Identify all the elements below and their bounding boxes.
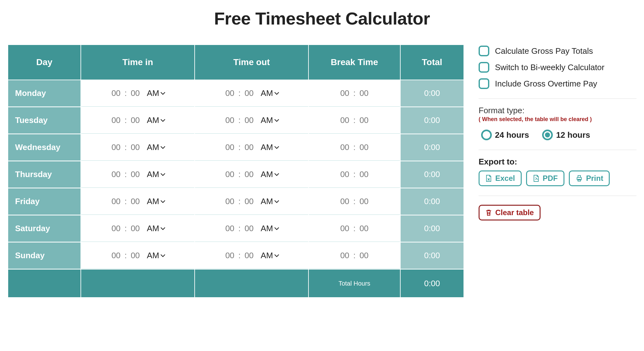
minute-field[interactable]: 00 bbox=[243, 170, 255, 179]
ampm-select[interactable]: AM bbox=[261, 142, 279, 152]
table-row: Friday00:00AM00:00AM00:000:00 bbox=[8, 188, 464, 215]
break-cell: 00:00 bbox=[309, 134, 400, 161]
chevron-down-icon bbox=[160, 146, 165, 149]
minute-field[interactable]: 00 bbox=[358, 88, 370, 98]
table-row: Sunday00:00AM00:00AM00:000:00 bbox=[8, 242, 464, 269]
time-input[interactable]: 00:00 bbox=[339, 115, 370, 125]
time-input[interactable]: 00:00AM bbox=[110, 88, 165, 98]
hour-field[interactable]: 00 bbox=[339, 197, 351, 206]
ampm-select[interactable]: AM bbox=[261, 197, 279, 206]
export-pdf-button[interactable]: PDF bbox=[526, 170, 564, 186]
hour-field[interactable]: 00 bbox=[110, 115, 122, 125]
minute-field[interactable]: 00 bbox=[358, 224, 370, 233]
hour-field[interactable]: 00 bbox=[224, 115, 236, 125]
hour-field[interactable]: 00 bbox=[110, 88, 122, 98]
time-input[interactable]: 00:00AM bbox=[224, 197, 279, 206]
table-row: Wednesday00:00AM00:00AM00:000:00 bbox=[8, 134, 464, 161]
ampm-select[interactable]: AM bbox=[147, 251, 165, 260]
hour-field[interactable]: 00 bbox=[339, 251, 351, 260]
hour-field[interactable]: 00 bbox=[339, 170, 351, 179]
hour-field[interactable]: 00 bbox=[110, 142, 122, 152]
ampm-select[interactable]: AM bbox=[147, 224, 165, 233]
minute-field[interactable]: 00 bbox=[129, 88, 141, 98]
hour-field[interactable]: 00 bbox=[110, 224, 122, 233]
option-overtime[interactable]: Include Gross Overtime Pay bbox=[479, 78, 636, 89]
hour-field[interactable]: 00 bbox=[110, 251, 122, 260]
hour-field[interactable]: 00 bbox=[224, 224, 236, 233]
time-input[interactable]: 00:00 bbox=[339, 88, 370, 98]
time-input[interactable]: 00:00AM bbox=[110, 142, 165, 152]
time-input[interactable]: 00:00AM bbox=[110, 224, 165, 233]
colon: : bbox=[125, 142, 127, 152]
hour-field[interactable]: 00 bbox=[224, 88, 236, 98]
minute-field[interactable]: 00 bbox=[243, 197, 255, 206]
time-input[interactable]: 00:00AM bbox=[224, 251, 279, 260]
minute-field[interactable]: 00 bbox=[243, 224, 255, 233]
ampm-select[interactable]: AM bbox=[147, 115, 165, 125]
day-label: Thursday bbox=[8, 161, 80, 188]
time-input[interactable]: 00:00AM bbox=[110, 251, 165, 260]
time-input[interactable]: 00:00AM bbox=[224, 115, 279, 125]
minute-field[interactable]: 00 bbox=[129, 251, 141, 260]
time-input[interactable]: 00:00AM bbox=[110, 170, 165, 179]
time-input[interactable]: 00:00 bbox=[339, 251, 370, 260]
minute-field[interactable]: 00 bbox=[358, 251, 370, 260]
ampm-select[interactable]: AM bbox=[261, 170, 279, 179]
hour-field[interactable]: 00 bbox=[339, 88, 351, 98]
time-input[interactable]: 00:00 bbox=[339, 170, 370, 179]
export-label: Export to: bbox=[479, 157, 636, 167]
hour-field[interactable]: 00 bbox=[224, 170, 236, 179]
minute-field[interactable]: 00 bbox=[358, 115, 370, 125]
radio-12-hours[interactable]: 12 hours bbox=[542, 130, 590, 140]
clear-table-button[interactable]: Clear table bbox=[479, 205, 541, 220]
minute-field[interactable]: 00 bbox=[358, 170, 370, 179]
hour-field[interactable]: 00 bbox=[224, 251, 236, 260]
export-excel-button[interactable]: Excel bbox=[479, 170, 522, 186]
export-print-button[interactable]: Print bbox=[569, 170, 610, 186]
minute-field[interactable]: 00 bbox=[243, 115, 255, 125]
hour-field[interactable]: 00 bbox=[110, 197, 122, 206]
minute-field[interactable]: 00 bbox=[243, 88, 255, 98]
option-biweekly[interactable]: Switch to Bi-weekly Calculator bbox=[479, 62, 636, 73]
time-input[interactable]: 00:00AM bbox=[110, 115, 165, 125]
ampm-select[interactable]: AM bbox=[261, 88, 279, 98]
ampm-select[interactable]: AM bbox=[147, 142, 165, 152]
footer-blank bbox=[8, 270, 80, 297]
colon: : bbox=[238, 170, 241, 179]
minute-field[interactable]: 00 bbox=[358, 142, 370, 152]
hour-field[interactable]: 00 bbox=[224, 197, 236, 206]
time-input[interactable]: 00:00AM bbox=[224, 142, 279, 152]
minute-field[interactable]: 00 bbox=[129, 115, 141, 125]
ampm-value: AM bbox=[261, 224, 273, 233]
time-input[interactable]: 00:00AM bbox=[224, 224, 279, 233]
time-input[interactable]: 00:00 bbox=[339, 142, 370, 152]
hour-field[interactable]: 00 bbox=[224, 142, 236, 152]
hour-field[interactable]: 00 bbox=[110, 170, 122, 179]
day-label: Sunday bbox=[8, 242, 80, 269]
hour-field[interactable]: 00 bbox=[339, 142, 351, 152]
ampm-select[interactable]: AM bbox=[147, 197, 165, 206]
hour-field[interactable]: 00 bbox=[339, 224, 351, 233]
row-total: 0:00 bbox=[401, 107, 464, 134]
minute-field[interactable]: 00 bbox=[129, 142, 141, 152]
minute-field[interactable]: 00 bbox=[243, 251, 255, 260]
time-input[interactable]: 00:00AM bbox=[224, 170, 279, 179]
minute-field[interactable]: 00 bbox=[129, 224, 141, 233]
minute-field[interactable]: 00 bbox=[129, 170, 141, 179]
radio-24-hours[interactable]: 24 hours bbox=[481, 130, 529, 140]
time-input[interactable]: 00:00 bbox=[339, 224, 370, 233]
hour-field[interactable]: 00 bbox=[339, 115, 351, 125]
minute-field[interactable]: 00 bbox=[358, 197, 370, 206]
time-input[interactable]: 00:00AM bbox=[110, 197, 165, 206]
time-input[interactable]: 00:00 bbox=[339, 197, 370, 206]
minute-field[interactable]: 00 bbox=[129, 197, 141, 206]
minute-field[interactable]: 00 bbox=[243, 142, 255, 152]
time-input[interactable]: 00:00AM bbox=[224, 88, 279, 98]
row-total: 0:00 bbox=[401, 242, 464, 269]
ampm-select[interactable]: AM bbox=[147, 88, 165, 98]
ampm-select[interactable]: AM bbox=[261, 115, 279, 125]
option-gross-pay[interactable]: Calculate Gross Pay Totals bbox=[479, 46, 636, 56]
ampm-select[interactable]: AM bbox=[261, 251, 279, 260]
ampm-select[interactable]: AM bbox=[147, 170, 165, 179]
ampm-select[interactable]: AM bbox=[261, 224, 279, 233]
